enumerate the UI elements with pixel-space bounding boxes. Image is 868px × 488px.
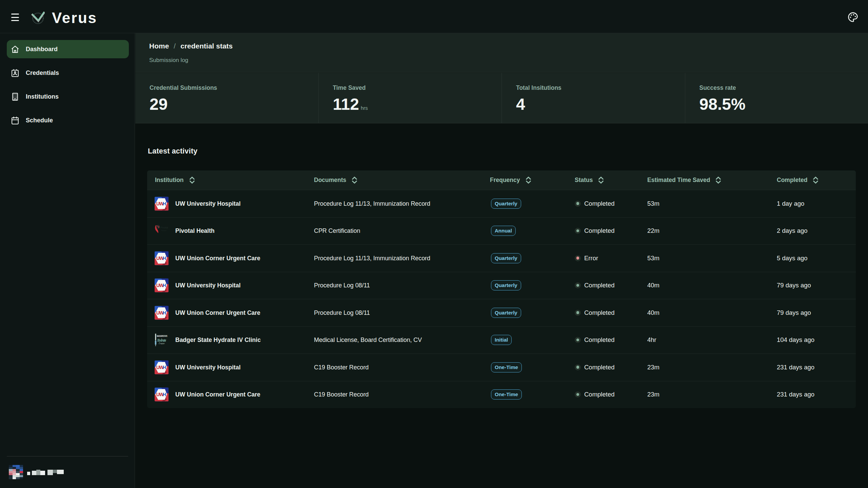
svg-text:H: H (163, 310, 166, 316)
svg-text:H: H (163, 283, 166, 288)
svg-text:H: H (163, 392, 166, 397)
svg-text:IV THERAPY: IV THERAPY (159, 343, 165, 345)
svg-text:H: H (163, 365, 166, 370)
svg-text:Hydrate: Hydrate (157, 338, 166, 343)
svg-text:H: H (163, 201, 166, 206)
svg-text:BADGERSTATE: BADGERSTATE (157, 334, 167, 338)
svg-text:H: H (163, 256, 166, 261)
svg-text:Pivotal: Pivotal (160, 226, 168, 229)
svg-text:Health: Health (161, 229, 166, 231)
